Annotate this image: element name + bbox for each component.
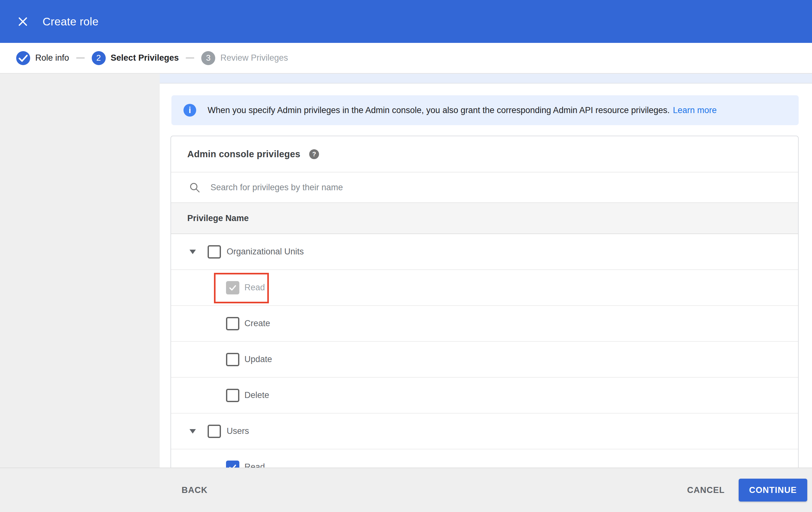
privilege-label: Delete <box>244 390 269 400</box>
step-divider <box>76 57 85 58</box>
table-header-row: Privilege Name <box>171 203 798 234</box>
checkbox-delete[interactable] <box>226 389 239 402</box>
privilege-label: Create <box>244 319 270 328</box>
checkbox-read <box>226 281 239 294</box>
privilege-label: Read <box>244 462 265 467</box>
info-icon: i <box>183 104 196 116</box>
continue-button[interactable]: CONTINUE <box>739 479 807 502</box>
privilege-row-read: Read <box>171 270 798 306</box>
step-review-privileges[interactable]: 3 Review Privileges <box>201 51 288 65</box>
step-label: Role info <box>35 53 69 63</box>
checkbox-read[interactable] <box>226 461 239 468</box>
checkbox-update[interactable] <box>226 353 239 366</box>
privilege-rows: Organizational UnitsReadCreateUpdateDele… <box>171 234 798 467</box>
privilege-row-delete: Delete <box>171 378 798 413</box>
info-banner: i When you specify Admin privileges in t… <box>171 95 799 125</box>
dialog-header: Create role <box>0 0 812 43</box>
learn-more-link[interactable]: Learn more <box>673 105 717 115</box>
expand-arrow-icon[interactable] <box>190 250 196 254</box>
back-button[interactable]: BACK <box>180 485 209 495</box>
card-title-row: Admin console privileges ? <box>171 136 798 172</box>
checkbox-users[interactable] <box>208 425 221 438</box>
step-number: 3 <box>201 51 215 65</box>
privileges-card: Admin console privileges ? Privilege Nam… <box>171 136 799 467</box>
privilege-row-read: Read <box>171 450 798 467</box>
privilege-label: Read <box>244 283 265 293</box>
expand-arrow-icon[interactable] <box>190 429 196 434</box>
step-divider <box>186 57 194 58</box>
stepper: Role info 2 Select Privileges 3 Review P… <box>0 43 812 74</box>
close-icon[interactable] <box>16 15 30 29</box>
privilege-label: Update <box>244 354 272 364</box>
privilege-row-create: Create <box>171 306 798 342</box>
step-label: Select Privileges <box>111 53 179 63</box>
checkbox-organizational-units[interactable] <box>208 245 221 259</box>
step-number: 2 <box>92 51 106 65</box>
content-area: i When you specify Admin privileges in t… <box>160 74 812 467</box>
privilege-row-users: Users <box>171 413 798 450</box>
step-label: Review Privileges <box>220 53 288 63</box>
help-icon[interactable]: ? <box>309 149 319 159</box>
privilege-label: Organizational Units <box>227 247 304 257</box>
page-title: Create role <box>42 15 98 28</box>
privilege-row-update: Update <box>171 342 798 378</box>
banner-text: When you specify Admin privileges in the… <box>208 105 670 115</box>
search-row <box>171 172 798 203</box>
footer-bar: BACK CANCEL CONTINUE <box>0 467 812 512</box>
privilege-row-organizational-units: Organizational Units <box>171 234 798 270</box>
content-top-strip <box>160 74 812 84</box>
privilege-label: Users <box>227 426 249 436</box>
step-completed-icon <box>16 51 30 65</box>
cancel-button[interactable]: CANCEL <box>685 485 727 495</box>
step-select-privileges[interactable]: 2 Select Privileges <box>92 51 179 65</box>
step-role-info[interactable]: Role info <box>16 51 69 65</box>
body-area: i When you specify Admin privileges in t… <box>0 74 812 467</box>
card-title: Admin console privileges <box>187 149 300 159</box>
checkbox-create[interactable] <box>226 317 239 330</box>
sidebar <box>0 74 160 467</box>
search-input[interactable] <box>210 182 718 193</box>
search-icon <box>189 182 201 193</box>
column-header-privilege-name: Privilege Name <box>187 213 249 223</box>
